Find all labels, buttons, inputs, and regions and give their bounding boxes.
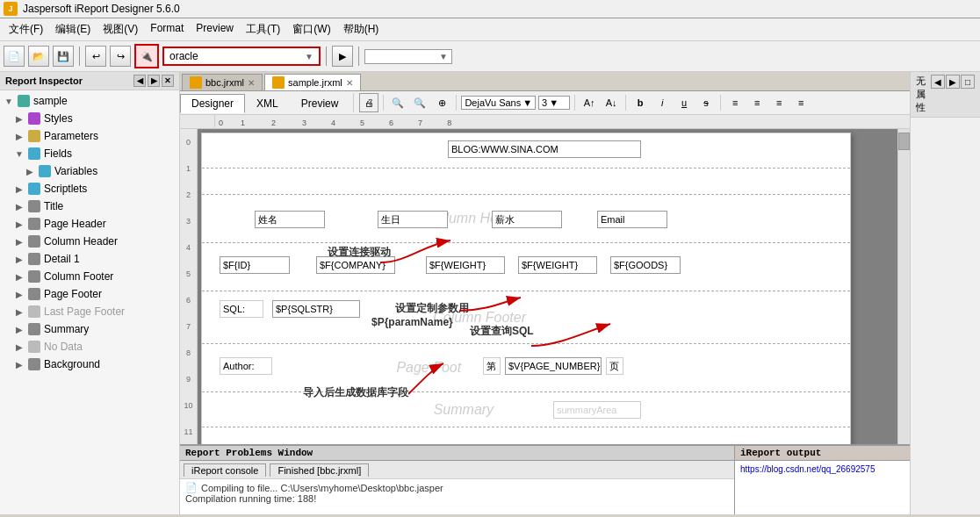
console-tab[interactable]: iReport console	[184, 463, 266, 477]
inspector-nav-left[interactable]: ◀	[133, 75, 146, 87]
align-right-button[interactable]: ≡	[769, 93, 789, 112]
tree-item-scriptlets[interactable]: ▶Scriptlets	[0, 180, 179, 197]
sql-value-field[interactable]: $P{SQLSTR}	[272, 300, 360, 318]
run-button[interactable]: ▶	[332, 46, 353, 67]
datasource-combo[interactable]: oracle ▼	[162, 47, 321, 66]
datasource-button[interactable]: 🔌	[134, 44, 159, 68]
tree-item-background[interactable]: ▶Background	[0, 355, 179, 373]
menu-item-w[interactable]: 窗口(W)	[287, 20, 335, 39]
menu-item-e[interactable]: 编辑(E)	[50, 20, 96, 39]
open-button[interactable]: 📂	[28, 46, 49, 67]
sub-tab-designer[interactable]: Designer	[180, 94, 245, 113]
save-button[interactable]: 💾	[53, 46, 74, 67]
tree-item-page-header[interactable]: ▶Page Header	[0, 215, 179, 233]
nav-maximize-btn[interactable]: □	[961, 75, 975, 89]
zoom-out-button[interactable]: 🔍	[388, 93, 407, 112]
sub-tab-xml[interactable]: XML	[245, 94, 290, 112]
font-size-up[interactable]: A↑	[580, 93, 599, 112]
tabs-bar: bbc.jrxml✕sample.jrxml✕	[180, 72, 910, 91]
menu-item-preview[interactable]: Preview	[191, 20, 239, 39]
tree-item-detail-1[interactable]: ▶Detail 1	[0, 250, 179, 268]
inspector-close[interactable]: ✕	[162, 75, 174, 87]
tab-close[interactable]: ✕	[346, 78, 353, 88]
salary-header-field[interactable]: 薪水	[492, 211, 562, 228]
tree-item-styles[interactable]: ▶Styles	[0, 110, 179, 127]
secondary-combo[interactable]: ▼	[364, 49, 452, 64]
zoom-in-button[interactable]: 🔍	[410, 93, 429, 112]
detail-field-5[interactable]: $F{GOODS}	[610, 256, 681, 274]
align-center-button[interactable]: ≡	[747, 93, 767, 112]
tree-item-parameters[interactable]: ▶Parameters	[0, 127, 179, 145]
toolbar: 📄 📂 💾 ↩ ↪ 🔌 oracle ▼ ▶ ▼	[0, 41, 980, 72]
font-combo[interactable]: DejaVu Sans ▼	[461, 96, 536, 110]
tab-close[interactable]: ✕	[248, 78, 255, 88]
align-left-button[interactable]: ≡	[725, 93, 745, 112]
tree-item-icon	[27, 269, 41, 284]
strikethrough-button[interactable]: s	[696, 93, 716, 112]
tab-samplejrxml[interactable]: sample.jrxml✕	[264, 74, 361, 90]
font-size-down[interactable]: A↓	[602, 93, 621, 112]
tree-item-no-data[interactable]: ▶No Data	[0, 338, 179, 355]
menu-item-v[interactable]: 视图(V)	[97, 20, 143, 39]
italic-button[interactable]: i	[652, 93, 672, 112]
size-combo[interactable]: 3 ▼	[538, 96, 570, 110]
right-panel-header: 无属性 ◀ ▶ □	[911, 72, 980, 118]
page-number-field[interactable]: $V{PAGE_NUMBER}	[505, 357, 602, 375]
detail-field-2[interactable]: $F{COMPANY}	[316, 256, 395, 274]
summary-area-label: summaryArea	[553, 401, 641, 419]
tree-item-sample[interactable]: ▼sample	[0, 92, 179, 110]
column-footer-section: Column Footer SQL: $P{SQLSTR}	[202, 291, 850, 344]
tree-item-variables[interactable]: ▶Variables	[0, 162, 179, 180]
redo-button[interactable]: ↪	[110, 46, 131, 67]
menu-item-t[interactable]: 工具(T)	[241, 20, 285, 39]
blog-field[interactable]: BLOG:WWW.SINA.COM	[448, 140, 641, 158]
canvas-wrapper[interactable]: 0 1 2 3 4 5 6 7 8 0 1 2 3 4	[180, 115, 910, 444]
page-suffix: 页	[606, 357, 623, 375]
sub-tab-preview[interactable]: Preview	[290, 94, 350, 112]
birthday-header-field[interactable]: 生日	[378, 211, 448, 228]
align-justify-button[interactable]: ≡	[791, 93, 811, 112]
menu-item-f[interactable]: 文件(F)	[4, 20, 48, 39]
tree-item-last-page-footer[interactable]: ▶Last Page Footer	[0, 303, 179, 320]
detail-field-4[interactable]: $F{WEIGHT}	[518, 256, 597, 274]
page-footer-label: Page Foot	[396, 360, 461, 376]
tree-item-page-footer[interactable]: ▶Page Footer	[0, 285, 179, 303]
tree-item-column-footer[interactable]: ▶Column Footer	[0, 268, 179, 285]
zoom-select-button[interactable]: ⊕	[432, 93, 451, 112]
nav-left-btn[interactable]: ◀	[931, 75, 945, 89]
svg-rect-3	[28, 147, 40, 160]
detail-field-1[interactable]: $F{ID}	[220, 256, 290, 274]
svg-rect-7	[28, 218, 40, 230]
undo-button[interactable]: ↩	[85, 46, 106, 67]
item-icon-svg	[28, 253, 40, 265]
email-header-field[interactable]: Email	[597, 211, 667, 228]
tree-item-summary[interactable]: ▶Summary	[0, 320, 179, 338]
main-area: Report Inspector ◀ ▶ ✕ ▼sample▶Styles▶Pa…	[0, 72, 980, 514]
bold-button[interactable]: b	[631, 93, 650, 112]
svg-rect-4	[39, 165, 51, 177]
tree-item-title[interactable]: ▶Title	[0, 197, 179, 215]
name-header-field[interactable]: 姓名	[255, 211, 325, 228]
print-button[interactable]: 🖨	[359, 93, 378, 112]
item-icon-svg	[28, 358, 40, 370]
menu-item-format[interactable]: Format	[145, 20, 189, 39]
page-footer-section: Page Foot Author: 第 $V{PAGE_NUMBER} 页	[202, 344, 850, 392]
tree-item-label: Title	[44, 200, 63, 212]
problems-panel: Report Problems Window iReport console F…	[180, 446, 734, 514]
right-panel: 无属性 ◀ ▶ □	[910, 72, 980, 514]
scrollbar-v-thumb[interactable]	[898, 133, 910, 150]
finished-tab[interactable]: Finished [bbc.jrxml]	[270, 463, 369, 477]
tree-item-column-header[interactable]: ▶Column Header	[0, 233, 179, 250]
menu-item-h[interactable]: 帮助(H)	[338, 20, 385, 39]
underline-button[interactable]: u	[674, 93, 694, 112]
new-button[interactable]: 📄	[4, 46, 25, 67]
detail-field-3[interactable]: $F{WEIGHT}	[426, 256, 505, 274]
inspector-nav-right[interactable]: ▶	[148, 75, 160, 87]
expand-icon: ▶	[14, 271, 25, 282]
csdn-url[interactable]: https://blog.csdn.net/qq_26692575	[740, 464, 875, 474]
tab-bbcjrxml[interactable]: bbc.jrxml✕	[182, 74, 263, 90]
column-footer-label: Column Footer	[433, 310, 526, 326]
tree-item-fields[interactable]: ▼Fields	[0, 145, 179, 162]
nav-right-btn[interactable]: ▶	[946, 75, 960, 89]
scrollbar-v[interactable]	[897, 115, 910, 444]
